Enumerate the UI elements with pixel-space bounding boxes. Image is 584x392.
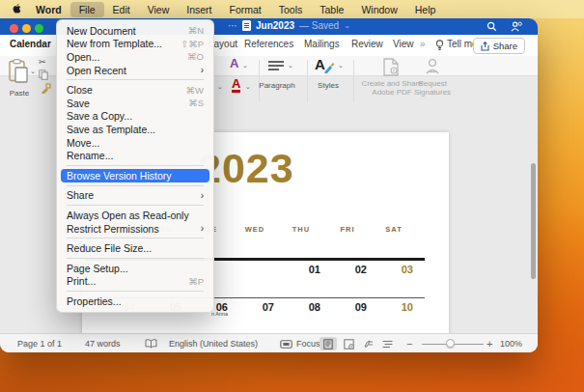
tab-mailings[interactable]: Mailings [304, 39, 340, 49]
vertical-scrollbar[interactable] [531, 163, 536, 279]
menu-item-reduce-file-size[interactable]: Reduce File Size... [61, 241, 209, 255]
menu-item-page-setup[interactable]: Page Setup... [61, 262, 209, 275]
date-cell: 02 [324, 264, 371, 275]
menu-item-shortcut: ⇧⌘P [181, 39, 204, 49]
cut-icon[interactable]: ✂ [39, 57, 46, 67]
paragraph-icon[interactable] [267, 60, 285, 73]
desktop: Word File Edit View Insert Format Tools … [0, 0, 584, 392]
submenu-arrow-icon: › [201, 223, 204, 234]
focus-mode-toggle[interactable]: Focus [296, 339, 320, 349]
menubar-app-name[interactable]: Word [27, 2, 70, 17]
paste-clipboard-icon[interactable] [9, 59, 29, 84]
paragraph-chevron-icon[interactable]: ⌄ [288, 62, 293, 70]
tabs-overflow-icon[interactable]: » [420, 39, 426, 49]
menu-item-label: Save [67, 98, 90, 109]
zoom-slider-thumb[interactable] [446, 339, 455, 348]
document-icon [242, 20, 251, 31]
highlight-chevron-icon[interactable]: ⌄ [217, 83, 223, 91]
menu-item-new-document[interactable]: New Document ⌘N [61, 24, 209, 38]
styles-chevron-icon[interactable]: ⌄ [338, 62, 344, 70]
proofing-icon[interactable] [145, 339, 157, 349]
zoom-window-button[interactable] [35, 24, 43, 33]
word-count[interactable]: 47 words [85, 339, 121, 349]
menubar-item-tools[interactable]: Tools [270, 2, 312, 17]
menu-item-share[interactable]: Share › [61, 189, 209, 203]
menubar-item-window[interactable]: Window [352, 2, 405, 17]
close-window-button[interactable] [10, 24, 18, 33]
tab-view[interactable]: View [393, 39, 414, 49]
menu-item-save-a-copy[interactable]: Save a Copy... [61, 110, 209, 124]
print-layout-view-button[interactable] [320, 337, 337, 350]
date-cell [232, 264, 278, 275]
menu-item-close[interactable]: Close ⌘W [61, 83, 209, 97]
menu-item-rename[interactable]: Rename... [61, 149, 209, 162]
presence-people-icon[interactable] [511, 21, 522, 32]
menu-item-label: Open... [67, 51, 99, 63]
day-header: FRI [324, 225, 371, 234]
font-color-chevron-icon[interactable]: ⌄ [245, 83, 251, 91]
menu-separator [67, 258, 204, 259]
menu-item-browse-version-history[interactable]: Browse Version History [61, 169, 209, 182]
title-chevron-down-icon[interactable]: ⌄ [344, 21, 350, 30]
tab-review[interactable]: Review [351, 39, 383, 49]
day-header: THU [278, 225, 324, 234]
menubar-item-insert[interactable]: Insert [178, 2, 220, 17]
menu-item-label: New Document [67, 25, 136, 37]
menu-item-new-from-template[interactable]: New from Template... ⇧⌘P [61, 38, 209, 51]
menu-separator [67, 238, 204, 238]
menu-item-label: Share [67, 189, 94, 201]
language-indicator[interactable]: English (United States) [169, 339, 258, 349]
zoom-out-button[interactable]: − [406, 338, 412, 350]
page-count[interactable]: Page 1 of 1 [17, 339, 62, 349]
menu-separator [67, 79, 204, 80]
apple-logo-icon[interactable] [13, 4, 23, 15]
format-painter-icon[interactable] [41, 83, 51, 94]
focus-icon [280, 340, 292, 349]
text-effects-chevron-icon[interactable]: ⌄ [242, 62, 248, 70]
menubar-item-help[interactable]: Help [406, 2, 445, 17]
outline-view-button[interactable] [378, 337, 396, 350]
menubar-item-table[interactable]: Table [311, 2, 352, 17]
text-effects-icon[interactable]: A [230, 56, 238, 70]
menu-item-properties[interactable]: Properties... [61, 294, 209, 308]
menu-item-always-open-read-only[interactable]: Always Open as Read-only [61, 209, 209, 222]
search-icon[interactable] [487, 21, 497, 32]
file-menu: New Document ⌘N New from Template... ⇧⌘P… [56, 19, 214, 313]
menu-separator [67, 205, 204, 206]
menubar-item-edit[interactable]: Edit [104, 2, 139, 17]
submenu-arrow-icon: › [201, 190, 204, 201]
menu-item-save[interactable]: Save ⌘S [61, 97, 209, 110]
share-button[interactable]: Share [473, 38, 525, 54]
immersive-reader-view-button[interactable] [360, 337, 377, 350]
create-share-adobe-pdf-icon[interactable] [383, 58, 400, 76]
tab-references[interactable]: References [244, 39, 293, 49]
menubar-item-view[interactable]: View [139, 2, 179, 17]
menu-item-label: Close [67, 84, 93, 96]
menubar-item-file[interactable]: File [70, 2, 104, 17]
request-signatures-icon[interactable] [425, 58, 440, 75]
menu-item-shortcut: ⌘W [186, 85, 204, 96]
menu-item-restrict-permissions[interactable]: Restrict Permissions › [61, 222, 209, 236]
share-icon [481, 42, 489, 51]
titlebar-overflow-icon[interactable]: ⋯ [228, 20, 237, 31]
menu-item-save-as-template[interactable]: Save as Template... [61, 123, 209, 136]
minimize-window-button[interactable] [22, 24, 31, 33]
copy-icon[interactable] [39, 70, 48, 80]
menu-separator [67, 185, 204, 186]
date-cell: 01 [278, 264, 324, 275]
zoom-percentage[interactable]: 100% [500, 339, 522, 349]
date-cell: 07 [232, 301, 278, 313]
menu-item-open[interactable]: Open... ⌘O [61, 50, 209, 64]
tab-calendar[interactable]: Calendar [10, 39, 51, 49]
day-header: SAT [371, 225, 417, 234]
menu-item-print[interactable]: Print... ⌘P [61, 275, 209, 289]
zoom-in-button[interactable]: + [487, 338, 492, 350]
font-color-icon[interactable]: A [232, 77, 240, 93]
menu-item-move[interactable]: Move... [61, 136, 209, 150]
paste-dropdown-chevron-icon[interactable]: ⌄ [30, 68, 36, 75]
submenu-arrow-icon: › [201, 65, 204, 75]
menubar-item-format[interactable]: Format [221, 2, 270, 17]
document-title: Jun2023 [256, 20, 294, 31]
web-layout-view-button[interactable] [340, 337, 357, 350]
menu-item-open-recent[interactable]: Open Recent › [61, 64, 209, 77]
